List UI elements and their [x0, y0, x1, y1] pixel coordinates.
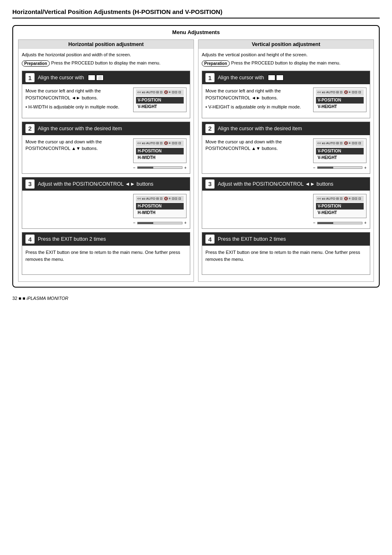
h-step-2-body: Move the cursor up and down with the POS…	[22, 135, 190, 173]
h-menu-topbar-2: << ко AUTO ⊟ ⊡ 🔇 ≡ ⊡⊡ ⊡	[136, 140, 184, 147]
v-icon-v: ▯	[268, 75, 275, 81]
h-step-1: 1 Align the cursor with ⊟ ⬜ Move the cur…	[22, 71, 190, 118]
horizontal-col-title: Horizontal position adjustment	[18, 40, 194, 49]
h-step-1-note: • H-WIDTH is adjustable only in multiple…	[25, 104, 130, 111]
v-menu-topbar-3: << ко AUTO ⊟ ⊡ 🔇 ≡ ⊡⊡ ⊡	[316, 196, 364, 202]
h-slider-track-3	[137, 222, 182, 224]
v-step-1-header: 1 Align the cursor with ▯ ⊟	[202, 71, 370, 84]
footer: 32 ■ ■ iPLASMA MONITOR	[12, 296, 380, 301]
vertical-col: Vertical position adjustment Adjusts the…	[198, 39, 374, 282]
h-step-1-icons: ⊟ ⬜	[88, 75, 104, 81]
v-menu-item-vheight-3: V-HEIGHT	[316, 210, 364, 216]
v-step-1-image: << ко AUTO ⊟ ⊡ 🔇 ≡ ⊡⊡ ⊡ V-POSITION V-HEI…	[313, 88, 367, 115]
v-step-2-text: Move the cursor up and down with the POS…	[205, 138, 310, 170]
preparation-text-h: Press the PROCEED button to display the …	[51, 60, 161, 65]
v-step-3-menu: << ко AUTO ⊟ ⊡ 🔇 ≡ ⊡⊡ ⊡ V-POSITION V-HEI…	[313, 194, 367, 219]
h-slider-plus-3: +	[184, 221, 187, 225]
h-menu-item-hwidth-2: H-WIDTH	[136, 154, 184, 161]
v-step-1: 1 Align the cursor with ▯ ⊟ Move the cur…	[202, 71, 370, 118]
h-slider-fill-3	[138, 222, 153, 224]
v-step-2-number: 2	[205, 124, 214, 133]
h-step-1-text: Move the cursor left and right with the …	[25, 88, 130, 115]
v-slider-minus-3: −	[313, 221, 316, 225]
v-menu-topbar-1: << ко AUTO ⊟ ⊡ 🔇 ≡ ⊡⊡ ⊡	[316, 90, 364, 96]
v-step-3-image: << ко AUTO ⊟ ⊡ 🔇 ≡ ⊡⊡ ⊡ V-POSITION V-HEI…	[313, 194, 367, 226]
v-menu-item-vpos-3: V-POSITION	[316, 203, 364, 210]
v-menu-topbar-2: << ко AUTO ⊟ ⊡ 🔇 ≡ ⊡⊡ ⊡	[316, 140, 364, 147]
preparation-text-v: Press the PROCEED button to display the …	[231, 60, 341, 65]
h-step-1-number: 1	[25, 73, 35, 82]
footer-squares: ■ ■	[18, 296, 26, 301]
h-step-1-image: << ко AUTO ⊟ ⊡ 🔇 ≡ ⊡⊡ ⊡ V-POSITION V-HEI…	[133, 88, 187, 115]
h-menu-item-hpos-3: H-POSITION	[136, 203, 184, 210]
h-step-1-title: Align the cursor with ⊟ ⬜	[38, 75, 104, 81]
v-step-4-number: 4	[205, 235, 214, 244]
h-step-3-menu: << ко AUTO ⊟ ⊡ 🔇 ≡ ⊡⊡ ⊡ H-POSITION H-WID…	[133, 194, 187, 219]
v-step-2: 2 Align the cursor with the desired item…	[202, 122, 370, 174]
two-column-layout: Horizontal position adjustment Adjusts t…	[18, 39, 374, 282]
h-menu-item-vpos-1: V-POSITION	[136, 97, 184, 104]
v-step-2-body: Move the cursor up and down with the POS…	[202, 135, 370, 173]
v-menu-item-vheight-2: V-HEIGHT	[316, 154, 364, 161]
v-icon-h: ⊟	[276, 75, 284, 81]
v-step-4-title: Press the EXIT button 2 times	[218, 236, 286, 242]
menu-adjustments-box: Menu Adjustments Horizontal position adj…	[12, 25, 380, 288]
v-slider-plus-2: +	[364, 166, 367, 170]
h-menu-topbar-1: << ко AUTO ⊟ ⊡ 🔇 ≡ ⊡⊡ ⊡	[136, 90, 184, 96]
h-icon-w: ⬜	[96, 75, 104, 81]
h-step-2-number: 2	[25, 124, 35, 133]
h-menu-item-vheight-1: V-HEIGHT	[136, 104, 184, 110]
vertical-subtitle: Adjusts the vertical position and height…	[202, 52, 370, 57]
menu-adjustments-title: Menu Adjustments	[18, 29, 374, 35]
v-step-1-text: Move the cursor left and right with the …	[205, 88, 310, 115]
v-slider-track-3	[317, 222, 362, 224]
h-slider-fill-2	[138, 167, 153, 168]
v-step-1-icons: ▯ ⊟	[268, 75, 284, 81]
h-step-2-header: 2 Align the cursor with the desired item	[22, 122, 190, 135]
h-step-4-text: Press the EXIT button one time to return…	[25, 249, 187, 271]
h-icon-h: ⊟	[88, 75, 95, 81]
horizontal-col: Horizontal position adjustment Adjusts t…	[18, 39, 194, 282]
v-step-2-image: << ко AUTO ⊟ ⊡ 🔇 ≡ ⊡⊡ ⊡ V-POSITION V-HEI…	[313, 138, 367, 170]
v-slider-minus-2: −	[313, 166, 316, 170]
v-step-3: 3 Adjust with the POSITION/CONTROL ◄► bu…	[202, 177, 370, 229]
v-step-1-number: 1	[205, 73, 214, 82]
h-step-2-title: Align the cursor with the desired item	[38, 126, 122, 131]
h-step-3-slider: − +	[133, 221, 187, 225]
h-menu-item-hwidth-3: H-WIDTH	[136, 210, 184, 216]
h-step-4: 4 Press the EXIT button 2 times Press th…	[22, 232, 190, 275]
h-step-1-body: Move the cursor left and right with the …	[22, 84, 190, 118]
preparation-badge-v: Preparation	[202, 60, 230, 67]
h-step-2-image: << ко AUTO ⊟ ⊡ 🔇 ≡ ⊡⊡ ⊡ H-POSITION H-WID…	[133, 138, 187, 170]
vertical-col-title: Vertical position adjustment	[198, 40, 374, 49]
h-step-2-menu: << ко AUTO ⊟ ⊡ 🔇 ≡ ⊡⊡ ⊡ H-POSITION H-WID…	[133, 138, 187, 163]
h-step-3: 3 Adjust with the POSITION/CONTROL ◄► bu…	[22, 177, 190, 229]
h-slider-track-2	[137, 166, 182, 169]
h-step-3-title: Adjust with the POSITION/CONTROL ◄► butt…	[38, 181, 153, 187]
v-step-2-header: 2 Align the cursor with the desired item	[202, 122, 370, 135]
footer-page-number: 32	[12, 296, 17, 301]
v-slider-fill-3	[318, 222, 333, 224]
h-step-3-header: 3 Adjust with the POSITION/CONTROL ◄► bu…	[22, 177, 190, 191]
v-step-4-body: Press the EXIT button one time to return…	[202, 246, 370, 274]
v-step-2-slider: − +	[313, 166, 367, 170]
h-step-2-slider: − +	[133, 166, 187, 170]
v-step-3-number: 3	[205, 180, 214, 189]
h-step-1-menu: << ко AUTO ⊟ ⊡ 🔇 ≡ ⊡⊡ ⊡ V-POSITION V-HEI…	[133, 88, 187, 112]
v-menu-item-vpos-1: V-POSITION	[316, 97, 364, 104]
v-slider-fill-2	[318, 167, 333, 168]
h-step-4-header: 4 Press the EXIT button 2 times	[22, 233, 190, 246]
v-step-3-title: Adjust with the POSITION/CONTROL ◄► butt…	[218, 181, 333, 187]
v-step-2-title: Align the cursor with the desired item	[218, 126, 302, 131]
vertical-preparation: Preparation Press the PROCEED button to …	[202, 60, 370, 67]
h-slider-minus-3: −	[133, 221, 136, 225]
h-step-2: 2 Align the cursor with the desired item…	[22, 122, 190, 174]
page-title: Horizontal/Vertical Position Adjustments…	[12, 8, 380, 18]
v-step-3-body: << ко AUTO ⊟ ⊡ 🔇 ≡ ⊡⊡ ⊡ V-POSITION V-HEI…	[202, 191, 370, 229]
v-step-4-header: 4 Press the EXIT button 2 times	[202, 233, 370, 246]
h-menu-item-hpos-2: H-POSITION	[136, 148, 184, 154]
horizontal-subtitle: Adjusts the horizontal position and widt…	[22, 52, 190, 57]
v-step-1-note: • V-HEIGHT is adjustable only in multipl…	[205, 104, 310, 111]
v-step-4: 4 Press the EXIT button 2 times Press th…	[202, 232, 370, 275]
v-step-1-body: Move the cursor left and right with the …	[202, 84, 370, 118]
